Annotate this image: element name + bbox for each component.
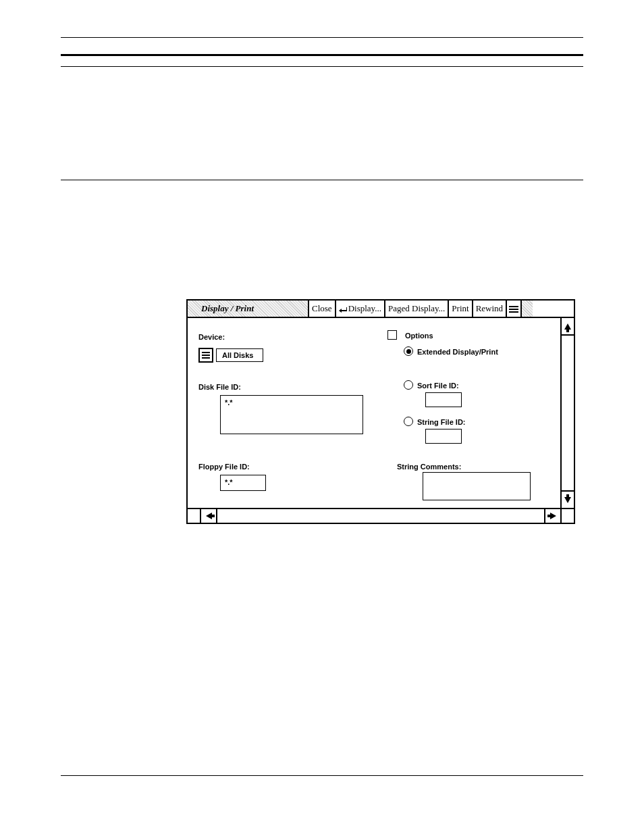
page-rule <box>61 775 583 776</box>
scroll-up-button[interactable] <box>562 318 574 336</box>
scroll-down-button[interactable] <box>562 490 574 508</box>
sort-file-id-label: Sort File ID: <box>417 382 459 390</box>
close-button[interactable]: Close <box>308 301 335 317</box>
paged-display-button[interactable]: Paged Display... <box>384 301 448 317</box>
string-file-id-radio[interactable] <box>404 417 413 426</box>
page-rule <box>61 180 583 180</box>
paged-display-button-label: Paged Display... <box>388 303 445 314</box>
display-print-window: Display / Print Close Display... Paged D… <box>186 299 575 524</box>
rewind-button-label: Rewind <box>476 303 503 314</box>
window-middle: Device: All Disks Disk File ID: *.* Flop… <box>188 318 574 508</box>
floppy-file-id-value: *.* <box>221 475 265 489</box>
page-rule <box>61 37 583 38</box>
options-label: Options <box>405 332 433 340</box>
scrollbar-corner <box>188 509 201 523</box>
print-button-label: Print <box>452 303 468 314</box>
disk-file-id-label: Disk File ID: <box>198 383 241 391</box>
string-file-id-label: String File ID: <box>417 418 466 426</box>
extended-display-print-radio[interactable] <box>404 346 413 356</box>
floppy-file-id-input[interactable]: *.* <box>220 475 266 491</box>
window-body: Device: All Disks Disk File ID: *.* Flop… <box>188 318 574 523</box>
menu-icon <box>509 305 518 313</box>
scrollbar-corner <box>560 509 574 523</box>
vertical-scrollbar[interactable] <box>560 318 574 508</box>
floppy-file-id-label: Floppy File ID: <box>198 463 250 471</box>
titlebar-stripe <box>520 301 533 317</box>
rewind-button[interactable]: Rewind <box>472 301 506 317</box>
horizontal-scroll-track[interactable] <box>217 509 544 523</box>
window-titlebar: Display / Print Close Display... Paged D… <box>188 301 574 318</box>
display-button[interactable]: Display... <box>335 301 384 317</box>
enter-icon <box>339 305 347 312</box>
sort-file-id-input[interactable] <box>425 392 462 407</box>
titlebar-buttons: Close Display... Paged Display... Print … <box>308 301 520 317</box>
window-title: Display / Print <box>188 301 308 317</box>
device-label: Device: <box>198 333 225 341</box>
device-value: All Disks <box>216 348 263 362</box>
page-rule <box>61 66 583 67</box>
arrow-up-icon <box>564 323 571 330</box>
options-checkbox[interactable] <box>387 330 397 340</box>
arrow-right-icon <box>550 513 556 519</box>
string-comments-label: String Comments: <box>397 463 461 471</box>
disk-file-id-value: *.* <box>221 396 363 409</box>
window-content: Device: All Disks Disk File ID: *.* Flop… <box>188 318 560 508</box>
horizontal-scrollbar[interactable] <box>188 508 574 523</box>
close-button-label: Close <box>312 303 332 314</box>
window-menu-button[interactable] <box>506 301 520 317</box>
page-rule <box>61 54 583 56</box>
scroll-left-button[interactable] <box>201 509 217 523</box>
extended-display-print-label: Extended Display/Print <box>417 348 498 356</box>
print-button[interactable]: Print <box>448 301 471 317</box>
string-comments-input[interactable] <box>423 472 531 500</box>
device-selector[interactable]: All Disks <box>198 348 263 363</box>
vertical-scroll-track[interactable] <box>562 336 574 490</box>
string-file-id-input[interactable] <box>425 429 462 444</box>
list-icon <box>198 348 213 363</box>
scroll-right-button[interactable] <box>544 509 560 523</box>
arrow-down-icon <box>564 497 571 503</box>
display-button-label: Display... <box>348 303 381 314</box>
sort-file-id-radio[interactable] <box>404 380 413 390</box>
disk-file-id-input[interactable]: *.* <box>220 395 363 434</box>
document-page: Display / Print Close Display... Paged D… <box>0 0 644 834</box>
arrow-left-icon <box>206 513 212 519</box>
